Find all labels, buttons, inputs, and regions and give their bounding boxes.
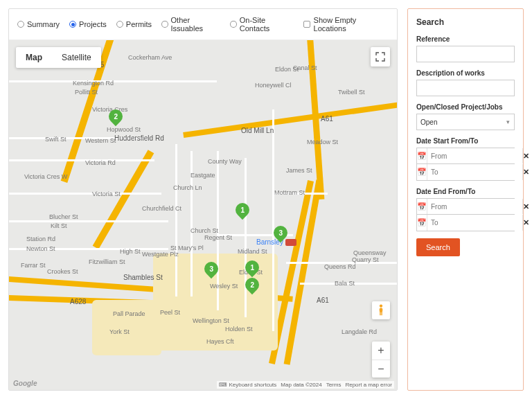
road-label: Wesley St xyxy=(210,283,238,290)
radio-icon xyxy=(116,21,123,28)
clear-icon[interactable]: ✕ xyxy=(522,164,529,180)
zoom-control: + − xyxy=(372,342,390,378)
road-label: Old Mill Ln xyxy=(241,127,274,134)
date-end-to-input[interactable] xyxy=(427,215,522,231)
fullscreen-icon xyxy=(375,52,385,62)
road-label: County Way xyxy=(208,158,242,165)
svg-point-0 xyxy=(380,305,382,308)
road-label: Hayes Cft xyxy=(206,338,234,345)
date-end-label: Date End From/To xyxy=(416,188,515,195)
date-start-label: Date Start From/To xyxy=(416,137,515,145)
map-marker[interactable]: 2 xyxy=(109,109,123,129)
road-label: Pall Parade xyxy=(113,310,145,317)
road-label: High St xyxy=(120,248,141,255)
show-empty-locations-toggle[interactable]: Show Empty Locations xyxy=(303,16,389,33)
terms-link[interactable]: Terms xyxy=(326,382,342,388)
road-label: Crookes St xyxy=(47,268,78,275)
map[interactable]: Cockerham AveKensington RdPollitt StTwib… xyxy=(9,40,397,390)
radio-icon xyxy=(17,21,24,28)
road-label: A61 xyxy=(321,115,333,123)
road-label: Bala St xyxy=(335,280,355,287)
road-label: York St xyxy=(109,328,130,335)
checkbox-icon xyxy=(303,21,310,28)
road-label: A61 xyxy=(317,296,329,304)
calendar-icon: 📅 xyxy=(417,199,427,214)
clear-icon[interactable]: ✕ xyxy=(522,215,529,231)
svg-rect-2 xyxy=(380,312,380,315)
road-label: Farrar St xyxy=(21,262,46,269)
date-end-to-row: 📅 ✕ xyxy=(416,215,515,231)
svg-rect-1 xyxy=(380,308,383,312)
road-label: Victoria St xyxy=(92,190,121,197)
road-label: Station Rd xyxy=(26,236,55,242)
radio-icon xyxy=(69,21,76,28)
streetview-pegman[interactable] xyxy=(372,301,390,319)
road-label: Meadow St xyxy=(307,139,338,145)
map-marker[interactable]: 2 xyxy=(245,278,259,297)
map-marker[interactable]: 3 xyxy=(204,262,218,281)
map-panel: Summary Projects Permits Other Issuables… xyxy=(8,8,398,391)
road-label: James St xyxy=(286,167,312,174)
filter-other-issuables[interactable]: Other Issuables xyxy=(161,16,220,33)
road-label: Blucher St xyxy=(49,213,78,220)
map-type-map[interactable]: Map xyxy=(16,47,52,68)
filter-summary[interactable]: Summary xyxy=(17,16,60,33)
map-data-text: Map data ©2024 xyxy=(281,382,321,388)
filter-label: Permits xyxy=(126,20,152,28)
filter-projects[interactable]: Projects xyxy=(69,16,107,33)
date-start-from-input[interactable] xyxy=(427,148,522,163)
filter-bar: Summary Projects Permits Other Issuables… xyxy=(9,9,397,40)
map-type-satellite[interactable]: Satellite xyxy=(52,47,101,68)
date-start-to-input[interactable] xyxy=(427,164,522,180)
road-label: Queens Rd xyxy=(324,263,356,270)
zoom-in-button[interactable]: + xyxy=(372,342,390,360)
road-label: Westgate Plz xyxy=(142,251,179,258)
road-label: Churchfield Ct xyxy=(142,205,181,212)
openclosed-label: Open/Closed Project/Jobs xyxy=(416,103,515,111)
radio-icon xyxy=(230,21,236,28)
road-label: Kensington Rd xyxy=(73,80,114,87)
keyboard-shortcuts-link[interactable]: ⌨ Keyboard shortcuts xyxy=(219,382,276,388)
search-button[interactable]: Search xyxy=(416,238,460,256)
fullscreen-button[interactable] xyxy=(371,47,390,66)
road-label: Shambles St xyxy=(123,274,163,281)
reference-label: Reference xyxy=(416,35,515,43)
description-input[interactable] xyxy=(416,80,515,96)
clear-icon[interactable]: ✕ xyxy=(522,148,529,163)
date-start-to-row: 📅 ✕ xyxy=(416,164,515,181)
road-label: Peel St xyxy=(160,309,180,316)
filter-onsite-contacts[interactable]: On-Site Contacts xyxy=(230,16,294,33)
report-error-link[interactable]: Report a map error xyxy=(345,382,392,388)
filter-radio-group: Summary Projects Permits Other Issuables… xyxy=(17,16,294,33)
road-label: Newton St xyxy=(26,245,55,252)
road-label: Kilt St xyxy=(51,222,67,229)
calendar-icon: 📅 xyxy=(417,148,427,163)
date-end-from-input[interactable] xyxy=(427,199,522,214)
search-panel: Search Reference Description of works Op… xyxy=(407,8,524,391)
road-label: Holden St xyxy=(225,326,253,332)
filter-label: On-Site Contacts xyxy=(240,16,294,33)
map-marker[interactable]: 1 xyxy=(236,203,249,222)
date-end-from-row: 📅 ✕ xyxy=(416,198,515,215)
calendar-icon: 📅 xyxy=(417,164,427,180)
road-label: Midland St xyxy=(238,248,267,255)
openclosed-select[interactable]: Open xyxy=(416,114,515,130)
road-label: Swift St xyxy=(45,136,66,143)
road-label: Pollitt St xyxy=(75,89,98,96)
map-surface[interactable]: Cockerham AveKensington RdPollitt StTwib… xyxy=(9,40,397,390)
filter-label: Other Issuables xyxy=(171,16,221,33)
map-marker[interactable]: 3 xyxy=(274,226,287,245)
clear-icon[interactable]: ✕ xyxy=(522,199,529,214)
road-label: Western St xyxy=(85,137,116,144)
reference-input[interactable] xyxy=(416,46,515,62)
road-label: St Mary's Pl xyxy=(170,245,204,251)
road-label: Huddersfield Rd xyxy=(114,134,164,142)
map-attribution: ⌨ Keyboard shortcuts Map data ©2024 Term… xyxy=(217,381,394,389)
filter-label: Summary xyxy=(27,20,60,28)
road-label: Church St xyxy=(190,227,218,234)
svg-rect-3 xyxy=(381,312,382,315)
zoom-out-button[interactable]: − xyxy=(372,360,390,378)
road-label: Langdale Rd xyxy=(342,328,377,335)
road-label: Quarry St xyxy=(352,256,379,263)
filter-permits[interactable]: Permits xyxy=(116,16,152,33)
